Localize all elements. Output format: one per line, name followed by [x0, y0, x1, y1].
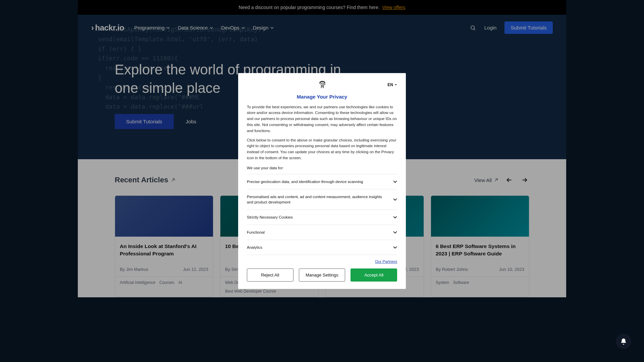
- our-partners-link[interactable]: Our Partners: [375, 259, 397, 263]
- modal-title: Manage Your Privacy: [247, 94, 397, 100]
- language-selector[interactable]: EN: [387, 82, 397, 87]
- accordion-item-personalised[interactable]: Personalised ads and content, ad and con…: [247, 189, 397, 210]
- accept-all-button[interactable]: Accept All: [351, 268, 397, 282]
- accordion-label: Strictly Necessary Cookies: [247, 215, 293, 220]
- chevron-down-icon: [393, 197, 397, 201]
- accordion-group: Precise geolocation data, and identifica…: [247, 174, 397, 255]
- modal-paragraph: To provide the best experiences, we and …: [247, 104, 397, 134]
- accordion-item-strictly[interactable]: Strictly Necessary Cookies: [247, 210, 397, 225]
- accordion-label: Personalised ads and content, ad and con…: [247, 194, 388, 205]
- notifications-button[interactable]: [616, 334, 631, 349]
- accordion-label: Functional: [247, 230, 265, 235]
- modal-actions: Reject All Manage Settings Accept All: [247, 268, 397, 282]
- privacy-modal: EN Manage Your Privacy To provide the be…: [238, 73, 406, 289]
- reject-all-button[interactable]: Reject All: [247, 268, 293, 282]
- caret-down-icon: [394, 83, 397, 86]
- accordion-item-analytics[interactable]: Analytics: [247, 240, 397, 255]
- accordion-item-geolocation[interactable]: Precise geolocation data, and identifica…: [247, 174, 397, 189]
- chevron-down-icon: [393, 245, 397, 249]
- chevron-down-icon: [393, 180, 397, 184]
- modal-usefor: We use your data for:: [247, 166, 397, 170]
- manage-settings-button[interactable]: Manage Settings: [299, 268, 345, 282]
- chevron-down-icon: [393, 230, 397, 234]
- modal-paragraph: Click below to consent to the above or m…: [247, 137, 397, 161]
- privacy-overlay: EN Manage Your Privacy To provide the be…: [0, 0, 644, 362]
- language-code: EN: [387, 82, 393, 87]
- accordion-label: Analytics: [247, 245, 262, 250]
- fingerprint-icon: [318, 80, 327, 89]
- accordion-item-functional[interactable]: Functional: [247, 225, 397, 240]
- chevron-down-icon: [393, 215, 397, 219]
- accordion-label: Precise geolocation data, and identifica…: [247, 179, 363, 184]
- bell-icon: [620, 338, 627, 345]
